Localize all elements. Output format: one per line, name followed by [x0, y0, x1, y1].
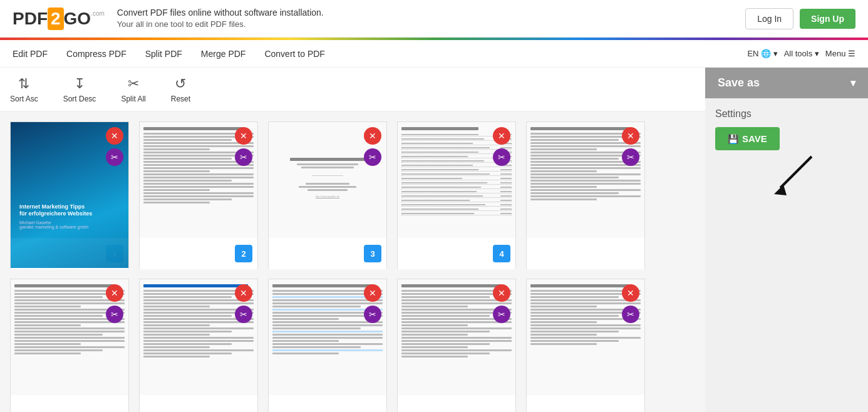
right-panel: Save as ▾ Settings 💾 SAVE	[705, 68, 868, 412]
thumb-footer-10	[527, 395, 644, 412]
logo-com: .com	[91, 10, 105, 17]
page-thumb-4: 4 ✕ ✂	[397, 121, 516, 269]
logo[interactable]: PDF 2 GO .com	[13, 8, 105, 30]
split-all-label: Split All	[121, 95, 145, 103]
scissors-button-4[interactable]: ✂	[493, 148, 510, 166]
thumb-footer-4: 4	[398, 238, 515, 269]
scissors-icon: ✂	[128, 76, 139, 92]
language-label: EN	[747, 49, 758, 58]
tagline-main: Convert PDF files online without softwar…	[117, 7, 745, 19]
page-thumb-2: 2 ✕ ✂	[139, 121, 258, 269]
all-tools-chevron-icon: ▾	[815, 49, 819, 58]
saveas-chevron-icon: ▾	[850, 77, 855, 89]
saveas-body: Settings 💾 SAVE	[705, 98, 868, 160]
scissors-button-7[interactable]: ✂	[235, 306, 252, 323]
reset-icon: ↺	[175, 76, 186, 92]
nav-edit-pdf[interactable]: Edit PDF	[13, 41, 48, 66]
page-thumb-3: —————————— http://www.gandke.de 3 ✕ ✂	[268, 121, 387, 269]
page-thumb-7: ✕ ✂	[139, 279, 258, 412]
thumb-footer-2: 2	[140, 238, 257, 269]
page-thumb-6: ✕ ✂	[10, 279, 129, 412]
sort-asc-button[interactable]: ⇅ Sort Asc	[10, 76, 38, 103]
page-number-3: 3	[364, 245, 381, 262]
cover-title: Internet Marketing Tippsfür erfolgreiche…	[19, 203, 92, 218]
nav-convert-to-pdf[interactable]: Convert to PDF	[264, 41, 324, 66]
save-disk-icon: 💾	[728, 134, 738, 144]
delete-button-10[interactable]: ✕	[622, 284, 639, 302]
menu-icon: ☰	[848, 49, 855, 58]
delete-button-8[interactable]: ✕	[364, 284, 381, 302]
page-number-2: 2	[235, 245, 252, 262]
nav-right: EN 🌐 ▾ All tools ▾ Menu ☰	[747, 49, 855, 58]
scissors-button-5[interactable]: ✂	[622, 148, 639, 166]
nav-split-pdf[interactable]: Split PDF	[145, 41, 182, 66]
nav-compress-pdf[interactable]: Compress PDF	[66, 41, 127, 66]
delete-button-1[interactable]: ✕	[106, 127, 123, 145]
header-buttons: Log In Sign Up	[745, 8, 855, 29]
thumb-footer-6	[11, 395, 128, 412]
sort-asc-label: Sort Asc	[10, 95, 38, 103]
scissors-button-8[interactable]: ✂	[364, 306, 381, 323]
scissors-button-10[interactable]: ✂	[622, 306, 639, 323]
menu-label: Menu	[825, 49, 846, 58]
scissors-button-9[interactable]: ✂	[493, 306, 510, 323]
split-all-button[interactable]: ✂ Split All	[121, 76, 145, 103]
logo-pdf: PDF	[13, 9, 48, 29]
reset-button[interactable]: ↺ Reset	[171, 76, 190, 103]
delete-button-6[interactable]: ✕	[106, 284, 123, 302]
sort-desc-label: Sort Desc	[63, 95, 96, 103]
thumb-footer-8	[269, 395, 386, 412]
logo-2: 2	[48, 8, 64, 30]
page-thumb-1: Internet Marketing Tippsfür erfolgreiche…	[10, 121, 129, 269]
delete-button-7[interactable]: ✕	[235, 284, 252, 302]
thumb-footer-3: 3	[269, 238, 386, 269]
delete-button-3[interactable]: ✕	[364, 127, 381, 145]
reset-label: Reset	[171, 95, 190, 103]
login-button[interactable]: Log In	[745, 8, 793, 29]
save-button[interactable]: 💾 SAVE	[715, 127, 780, 150]
cover-subtitle: Michael Gasehegandke marketing & softwar…	[19, 220, 92, 229]
globe-icon: 🌐	[761, 49, 771, 58]
thumb-footer-5	[527, 238, 644, 269]
signup-button[interactable]: Sign Up	[800, 9, 855, 29]
nav-merge-pdf[interactable]: Merge PDF	[201, 41, 246, 66]
scissors-button-1[interactable]: ✂	[106, 148, 123, 166]
tagline-sub: Your all in one tool to edit PDF files.	[117, 19, 745, 30]
page-thumb-9: ✕ ✂	[397, 279, 516, 412]
saveas-header[interactable]: Save as ▾	[705, 68, 868, 98]
scissors-button-3[interactable]: ✂	[364, 148, 381, 166]
delete-button-9[interactable]: ✕	[493, 284, 510, 302]
settings-title: Settings	[715, 108, 858, 120]
scissors-button-2[interactable]: ✂	[235, 148, 252, 166]
language-chevron-icon: ▾	[773, 49, 778, 58]
tagline: Convert PDF files online without softwar…	[117, 7, 745, 31]
page-number-4: 4	[493, 245, 510, 262]
nav-links: Edit PDF Compress PDF Split PDF Merge PD…	[13, 41, 325, 66]
saveas-title: Save as	[718, 76, 760, 90]
all-tools-button[interactable]: All tools ▾	[784, 49, 819, 58]
all-tools-label: All tools	[784, 49, 813, 58]
page-thumb-8: ✕ ✂	[268, 279, 387, 412]
header: PDF 2 GO .com Convert PDF files online w…	[0, 0, 868, 38]
thumb-footer-7	[140, 395, 257, 412]
language-selector[interactable]: EN 🌐 ▾	[747, 49, 777, 58]
nav: Edit PDF Compress PDF Split PDF Merge PD…	[0, 40, 868, 68]
save-button-label: SAVE	[742, 133, 767, 144]
sort-asc-icon: ⇅	[18, 76, 29, 92]
menu-button[interactable]: Menu ☰	[825, 49, 855, 58]
logo-go: GO	[64, 9, 91, 29]
scissors-button-6[interactable]: ✂	[106, 306, 123, 323]
thumb-footer-9	[398, 395, 515, 412]
sort-desc-icon: ↧	[74, 76, 85, 92]
delete-button-5[interactable]: ✕	[622, 127, 639, 145]
page-thumb-10: ✕ ✂	[526, 279, 645, 412]
delete-button-2[interactable]: ✕	[235, 127, 252, 145]
sort-desc-button[interactable]: ↧ Sort Desc	[63, 76, 96, 103]
delete-button-4[interactable]: ✕	[493, 127, 510, 145]
page-thumb-5: ✕ ✂	[526, 121, 645, 269]
main-content: Internet Marketing Tippsfür erfolgreiche…	[0, 111, 705, 412]
